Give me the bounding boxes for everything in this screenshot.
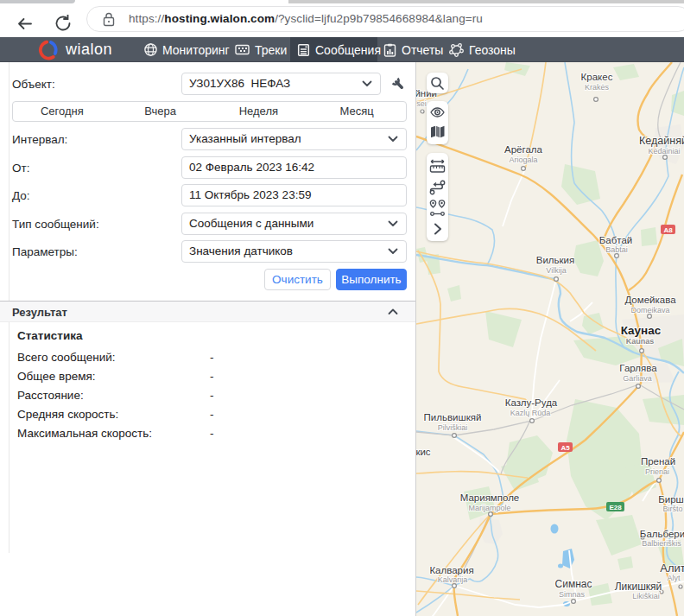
svg-text:Kalvarija: Kalvarija: [438, 575, 468, 584]
svg-text:Balbieriškis: Balbieriškis: [642, 539, 681, 548]
svg-text:Пренай: Пренай: [641, 456, 675, 467]
svg-text:Ликишкяй: Ликишкяй: [615, 581, 662, 593]
svg-text:Pilviškiai: Pilviškiai: [438, 423, 468, 432]
svg-text:Babtai: Babtai: [605, 245, 628, 254]
svg-text:Prienai: Prienai: [645, 467, 669, 476]
svg-text:Biršto: Biršto: [662, 505, 682, 513]
svg-text:Вилькия: Вилькия: [536, 255, 574, 265]
svg-text:Кракес: Кракес: [581, 72, 613, 82]
svg-text:Казлу-Руда: Казлу-Руда: [505, 397, 558, 408]
svg-text:Бальбери: Бальбери: [640, 529, 684, 539]
svg-text:Бабтай: Бабтай: [599, 235, 633, 245]
svg-text:Симнас: Симнас: [555, 578, 592, 590]
svg-text:Бирш: Бирш: [658, 494, 684, 505]
svg-text:A8: A8: [663, 226, 673, 234]
svg-text:Garliava: Garliava: [623, 374, 652, 383]
svg-text:Арёгала: Арёгала: [504, 144, 543, 155]
svg-text:Domeikava: Domeikava: [630, 306, 669, 314]
svg-text:Алит: Алит: [660, 562, 684, 575]
svg-text:A5: A5: [560, 444, 570, 452]
svg-text:Krakės: Krakės: [585, 83, 610, 92]
svg-text:Пильвишкяй: Пильвишкяй: [424, 412, 482, 422]
svg-text:Kaunas: Kaunas: [626, 337, 655, 346]
svg-text:Кедайняй: Кедайняй: [639, 135, 684, 147]
svg-text:Домейкава: Домейкава: [624, 295, 676, 305]
svg-text:Каунас: Каунас: [621, 324, 662, 337]
svg-text:Alyt: Alyt: [667, 574, 681, 582]
svg-text:Калвария: Калвария: [429, 565, 473, 575]
svg-text:Vilkija: Vilkija: [546, 266, 566, 275]
svg-text:Гарлява: Гарлява: [619, 363, 657, 373]
svg-text:Likiškiai: Likiškiai: [632, 592, 660, 600]
svg-text:Marijampolė: Marijampolė: [468, 504, 510, 512]
svg-text:Simnas: Simnas: [559, 590, 586, 599]
svg-text:Kazlų Rūda: Kazlų Rūda: [510, 409, 551, 417]
svg-text:кис: кис: [416, 447, 431, 457]
svg-text:sei: sei: [416, 99, 427, 108]
svg-text:Kėdainiai: Kėdainiai: [648, 147, 680, 156]
svg-text:Мариямполе: Мариямполе: [460, 492, 520, 503]
svg-text:Ariogala: Ariogala: [509, 156, 537, 164]
svg-text:E28: E28: [609, 504, 622, 511]
